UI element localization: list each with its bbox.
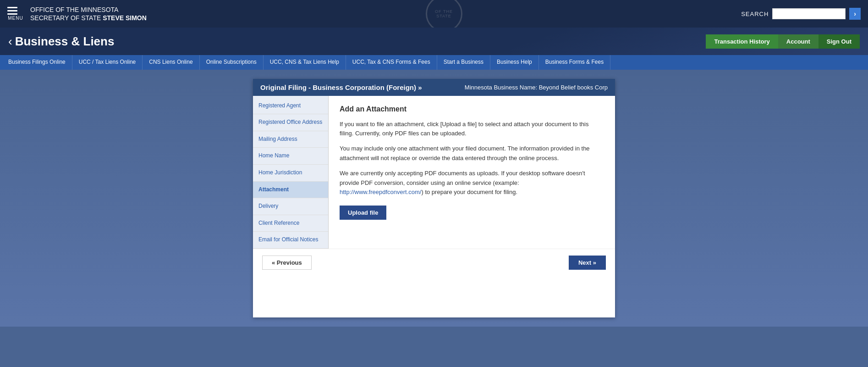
nav-item-ucc-cns-help[interactable]: UCC, CNS & Tax Liens Help <box>264 55 346 70</box>
menu-button[interactable]: MENU <box>7 7 24 21</box>
nav-item-bus-filings[interactable]: Business Filings Online <box>2 55 72 70</box>
signout-button[interactable]: Sign Out <box>819 34 860 49</box>
step-attachment[interactable]: Attachment <box>253 182 328 199</box>
search-label: SEARCH <box>741 11 769 17</box>
card-body: Registered Agent Registered Office Addre… <box>253 96 615 249</box>
previous-button[interactable]: « Previous <box>262 256 312 270</box>
form-title: Add an Attachment <box>340 105 604 113</box>
steps-sidebar: Registered Agent Registered Office Addre… <box>253 96 329 249</box>
search-area: SEARCH › <box>741 8 861 20</box>
biz-title: ‹Business & Liens <box>8 34 114 49</box>
office-title: OFFICE OF THE MINNESOTA SECRETARY OF STA… <box>30 6 147 22</box>
account-button[interactable]: Account <box>778 34 819 49</box>
nav-item-online-sub[interactable]: Online Subscriptions <box>200 55 264 70</box>
nav-item-ucc-tax-forms[interactable]: UCC, Tax & CNS Forms & Fees <box>346 55 437 70</box>
nav-item-biz-help[interactable]: Business Help <box>490 55 539 70</box>
nav-item-ucc-tax[interactable]: UCC / Tax Liens Online <box>72 55 143 70</box>
top-bar: MENU OFFICE OF THE MINNESOTA SECRETARY O… <box>0 0 868 28</box>
nav-item-cns-liens[interactable]: CNS Liens Online <box>143 55 199 70</box>
biz-bar: ‹Business & Liens Transaction History Ac… <box>0 28 868 55</box>
biz-actions: Transaction History Account Sign Out <box>706 34 860 49</box>
step-home-name[interactable]: Home Name <box>253 148 328 165</box>
upload-file-button[interactable]: Upload file <box>340 206 386 220</box>
next-button[interactable]: Next » <box>569 256 606 270</box>
card-footer: « Previous Next » <box>253 249 615 276</box>
step-mailing-address[interactable]: Mailing Address <box>253 131 328 148</box>
main-nav: Business Filings Online UCC / Tax Liens … <box>0 55 868 70</box>
business-name: Minnesota Business Name: Beyond Belief b… <box>465 84 608 91</box>
step-client-reference[interactable]: Client Reference <box>253 215 328 232</box>
step-reg-office[interactable]: Registered Office Address <box>253 114 328 131</box>
form-area: Add an Attachment If you want to file an… <box>329 96 615 249</box>
nav-item-start-biz[interactable]: Start a Business <box>437 55 490 70</box>
info-para3: We are currently only accepting PDF docu… <box>340 169 604 197</box>
step-email-notices[interactable]: Email for Official Notices <box>253 232 328 249</box>
card-header: Original Filing - Business Corporation (… <box>253 79 615 96</box>
info-para2: You may include only one attachment with… <box>340 144 604 163</box>
step-registered-agent[interactable]: Registered Agent <box>253 98 328 115</box>
transaction-history-button[interactable]: Transaction History <box>706 34 778 49</box>
content-area: Original Filing - Business Corporation (… <box>0 70 868 327</box>
filing-title: Original Filing - Business Corporation (… <box>260 83 422 91</box>
search-go-button[interactable]: › <box>849 8 861 20</box>
step-delivery[interactable]: Delivery <box>253 198 328 215</box>
main-card: Original Filing - Business Corporation (… <box>253 79 615 317</box>
search-input[interactable] <box>772 8 846 19</box>
nav-item-biz-forms[interactable]: Business Forms & Fees <box>539 55 610 70</box>
info-para1: If you want to file an attachment, click… <box>340 120 604 139</box>
step-home-jurisdiction[interactable]: Home Jurisdiction <box>253 165 328 182</box>
back-arrow-icon[interactable]: ‹ <box>8 34 12 48</box>
pdf-convert-link[interactable]: http://www.freepdfconvert.com/ <box>340 189 421 195</box>
